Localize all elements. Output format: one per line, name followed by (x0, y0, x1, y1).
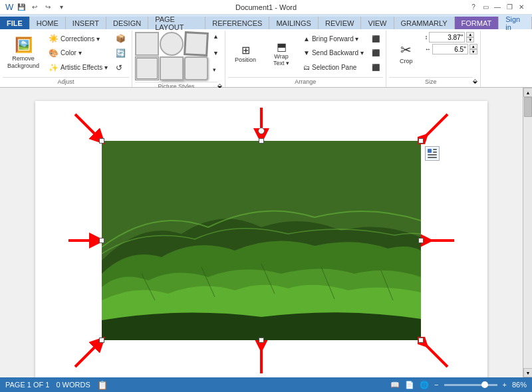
tab-home[interactable]: HOME (30, 17, 66, 29)
rotation-handle[interactable] (258, 128, 265, 134)
handle-middle-left[interactable] (99, 238, 104, 243)
svg-rect-6 (428, 149, 432, 153)
terrain-svg (102, 141, 421, 340)
ribbon-group-adjust: 🖼️ RemoveBackground ☀️ Corrections ▾ 🎨 C… (0, 31, 132, 87)
zoom-thumb[interactable] (481, 381, 488, 388)
ribbon-group-size: ✂ Crop ↕ ▲ ▼ ↔ ▲ ▼ (386, 31, 481, 87)
selection-pane-button[interactable]: 🗂 Selection Pane (300, 62, 367, 72)
style-5[interactable] (160, 56, 184, 80)
image-layout-button[interactable] (425, 146, 440, 161)
height-input[interactable] (429, 32, 465, 43)
ribbon-group-arrange: ⊞ Position ⬒ WrapText ▾ ▲ Bring Forward … (225, 31, 386, 87)
minimize-button[interactable]: — (492, 2, 503, 13)
bring-forward-icon: ▲ (303, 35, 310, 43)
adjust-group-label: Adjust (3, 77, 129, 86)
handle-top-center[interactable] (259, 138, 264, 144)
width-up-button[interactable]: ▲ (469, 44, 477, 49)
image-tools-group: 📦 🔄 ↺ (112, 32, 129, 74)
height-down-button[interactable]: ▼ (466, 37, 474, 43)
customize-button[interactable]: ▾ (56, 2, 66, 13)
tab-view[interactable]: VIEW (361, 17, 394, 29)
zoom-slider[interactable] (444, 384, 497, 386)
style-3[interactable] (184, 31, 209, 56)
style-4[interactable] (135, 56, 159, 80)
tab-pagelayout[interactable]: PAGE LAYOUT (148, 17, 205, 29)
svg-rect-10 (428, 157, 437, 158)
zoom-out-button[interactable]: − (434, 381, 438, 389)
landscape-image (102, 141, 421, 340)
rotate-button[interactable]: ⬛ (368, 62, 383, 72)
tab-design[interactable]: DESIGN (106, 17, 148, 29)
tab-insert[interactable]: INSERT (66, 17, 106, 29)
scroll-down-button[interactable]: ▼ (523, 368, 532, 377)
align-button[interactable]: ⬛ (368, 34, 383, 44)
reset-picture-button[interactable]: ↺ (112, 62, 129, 74)
handle-bottom-right[interactable] (418, 338, 424, 343)
tab-references[interactable]: REFERENCES (205, 17, 269, 29)
styles-more-button[interactable]: ▲ (209, 32, 222, 41)
styles-gallery-button[interactable]: ▾ (209, 65, 222, 74)
document-area (0, 88, 523, 377)
tab-format[interactable]: FORMAT (455, 17, 499, 29)
position-button[interactable]: ⊞ Position (228, 32, 263, 74)
image-container[interactable] (102, 141, 421, 340)
save-button[interactable]: 💾 (16, 2, 27, 13)
handle-top-left[interactable] (99, 138, 104, 144)
page-indicator: PAGE 1 OF 1 (5, 381, 49, 389)
width-input[interactable] (432, 44, 468, 54)
group-button[interactable]: ⬛ (368, 48, 383, 58)
height-up-button[interactable]: ▲ (466, 32, 474, 37)
handle-middle-right[interactable] (418, 238, 424, 243)
size-inputs: ↕ ▲ ▼ ↔ ▲ ▼ (425, 32, 477, 54)
tab-grammarly[interactable]: GRAMMARLY (394, 17, 455, 29)
size-dialog-launcher[interactable]: ⬙ (473, 78, 477, 84)
corrections-button[interactable]: ☀️ Corrections ▾ (45, 33, 111, 45)
undo-button[interactable]: ↩ (29, 2, 40, 13)
close-button[interactable]: ✕ (516, 2, 527, 13)
vertical-scrollbar[interactable]: ▲ ▼ (523, 88, 532, 377)
remove-background-button[interactable]: 🖼️ RemoveBackground (3, 32, 44, 74)
tab-file[interactable]: FILE (0, 17, 30, 29)
tab-signin[interactable]: Sign in (499, 17, 532, 29)
style-6[interactable] (184, 56, 208, 80)
scroll-up-button[interactable]: ▲ (523, 88, 532, 97)
zoom-in-button[interactable]: + (503, 381, 507, 389)
restore-button[interactable]: ❐ (504, 2, 515, 13)
help-button[interactable]: ? (468, 2, 479, 13)
handle-bottom-left[interactable] (99, 338, 104, 343)
title-bar: W 💾 ↩ ↪ ▾ Document1 - Word ? ▭ — ❐ ✕ (0, 0, 532, 15)
wrap-text-button[interactable]: ⬒ WrapText ▾ (264, 32, 299, 74)
handle-top-right[interactable] (418, 138, 424, 144)
style-2[interactable] (160, 32, 184, 56)
color-label: Color ▾ (61, 49, 82, 56)
read-mode-button[interactable]: 📖 (390, 381, 400, 389)
svg-rect-7 (433, 149, 437, 150)
web-layout-button[interactable]: 🌐 (420, 381, 429, 389)
send-backward-icon: ▼ (303, 49, 310, 56)
change-picture-icon: 🔄 (116, 49, 126, 58)
ribbon-display-button[interactable]: ▭ (480, 2, 491, 13)
crop-button[interactable]: ✂ Crop (389, 32, 424, 74)
tab-mailings[interactable]: MAILINGS (269, 17, 319, 29)
send-backward-button[interactable]: ▼ Send Backward ▾ (300, 48, 367, 58)
bring-forward-button[interactable]: ▲ Bring Forward ▾ (300, 34, 367, 44)
change-picture-button[interactable]: 🔄 (112, 47, 129, 59)
styles-less-button[interactable]: ▼ (209, 49, 222, 58)
scroll-track[interactable] (523, 97, 532, 368)
svg-line-26 (423, 342, 448, 367)
group-icon: ⬛ (372, 49, 380, 56)
tab-review[interactable]: REVIEW (319, 17, 361, 29)
compress-button[interactable]: 📦 (112, 33, 129, 45)
proofing-icon[interactable]: 📋 (97, 380, 108, 390)
crop-label: Crop (400, 58, 413, 64)
redo-button[interactable]: ↪ (43, 2, 53, 13)
zoom-level[interactable]: 86% (512, 381, 527, 389)
artistic-effects-button[interactable]: ✨ Artistic Effects ▾ (45, 62, 111, 74)
color-button[interactable]: 🎨 Color ▾ (45, 47, 111, 59)
print-layout-button[interactable]: 📄 (405, 381, 414, 389)
handle-bottom-center[interactable] (259, 338, 264, 343)
scroll-thumb[interactable] (524, 97, 532, 117)
arrow-tc (248, 104, 275, 141)
width-down-button[interactable]: ▼ (469, 49, 477, 54)
style-1[interactable] (135, 32, 159, 56)
